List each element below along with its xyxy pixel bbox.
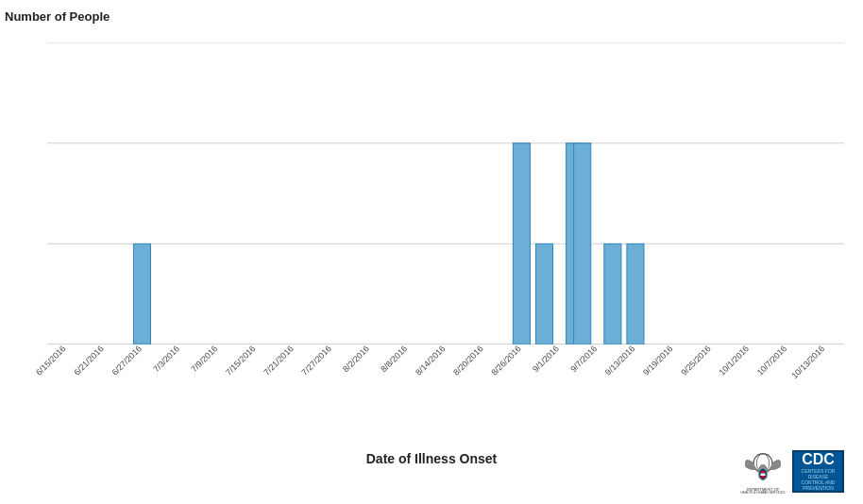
svg-rect-32 xyxy=(761,471,766,474)
svg-text:6/21/2016: 6/21/2016 xyxy=(72,344,105,377)
bar-2 xyxy=(535,244,552,344)
x-labels-svg: 6/15/20166/21/20166/27/20167/3/20167/9/2… xyxy=(47,349,844,415)
svg-text:8/26/2016: 8/26/2016 xyxy=(489,344,522,377)
x-labels-container: 6/15/20166/21/20166/27/20167/3/20167/9/2… xyxy=(47,349,844,415)
bar-0 xyxy=(133,244,150,344)
svg-text:9/7/2016: 9/7/2016 xyxy=(568,344,599,374)
svg-text:9/25/2016: 9/25/2016 xyxy=(679,344,712,377)
chart-container: Number of People 3 2 1 0 xyxy=(0,0,863,504)
svg-text:6/15/2016: 6/15/2016 xyxy=(34,344,67,377)
bar-5 xyxy=(604,244,621,344)
chart-svg: 3 2 1 0 xyxy=(47,42,844,344)
cdc-subtext: CENTERS FOR DISEASECONTROL AND PREVENTIO… xyxy=(794,468,842,491)
svg-text:8/8/2016: 8/8/2016 xyxy=(379,344,409,374)
cdc-logo: CDC CENTERS FOR DISEASECONTROL AND PREVE… xyxy=(792,450,844,493)
svg-text:8/20/2016: 8/20/2016 xyxy=(451,344,484,377)
svg-text:9/19/2016: 9/19/2016 xyxy=(641,344,674,377)
bar-1 xyxy=(513,143,530,344)
svg-text:7/15/2016: 7/15/2016 xyxy=(224,344,257,377)
svg-text:10/7/2016: 10/7/2016 xyxy=(755,344,788,377)
svg-text:7/21/2016: 7/21/2016 xyxy=(262,344,295,377)
svg-text:10/1/2016: 10/1/2016 xyxy=(718,344,751,377)
bar-6 xyxy=(627,244,644,344)
svg-text:7/27/2016: 7/27/2016 xyxy=(299,344,332,377)
svg-rect-33 xyxy=(761,474,766,477)
svg-text:6/27/2016: 6/27/2016 xyxy=(110,344,144,377)
svg-text:HEALTH & HUMAN SERVICES: HEALTH & HUMAN SERVICES xyxy=(741,491,787,495)
svg-text:9/1/2016: 9/1/2016 xyxy=(531,344,561,374)
svg-rect-34 xyxy=(761,476,766,479)
svg-text:7/9/2016: 7/9/2016 xyxy=(189,344,219,374)
cdc-text: CDC xyxy=(802,452,835,467)
svg-text:8/2/2016: 8/2/2016 xyxy=(341,344,371,374)
y-axis-label: Number of People xyxy=(5,9,110,24)
x-axis-title: Date of Illness Onset xyxy=(0,451,863,466)
svg-text:8/14/2016: 8/14/2016 xyxy=(414,344,447,377)
svg-text:9/13/2016: 9/13/2016 xyxy=(603,344,636,377)
hhs-logo: DEPARTMENT OF HEALTH & HUMAN SERVICES xyxy=(739,447,787,495)
logo-area: DEPARTMENT OF HEALTH & HUMAN SERVICES CD… xyxy=(739,447,844,495)
svg-text:7/3/2016: 7/3/2016 xyxy=(151,344,181,374)
svg-text:10/13/2016: 10/13/2016 xyxy=(789,344,826,380)
bar-4 xyxy=(574,143,591,344)
